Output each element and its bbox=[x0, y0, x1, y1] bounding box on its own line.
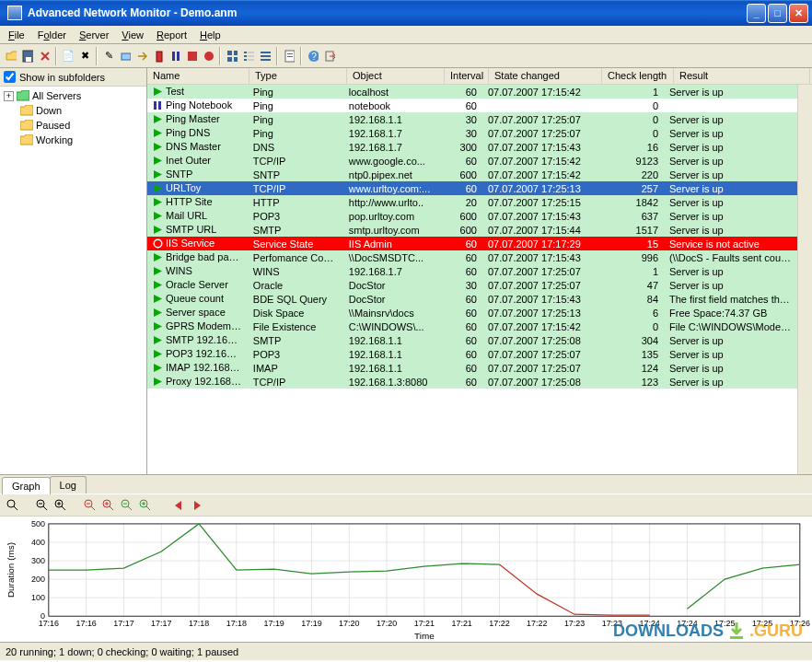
table-row[interactable]: POP3 192.168.1.1POP3192.168.1.16007.07.2… bbox=[147, 347, 797, 361]
cell-state: 07.07.2007 17:15:43 bbox=[482, 142, 594, 153]
cell-result: Server is up bbox=[664, 280, 797, 291]
col-interval[interactable]: Interval bbox=[445, 68, 489, 84]
minimize-button[interactable]: _ bbox=[747, 4, 766, 23]
col-check[interactable]: Check length bbox=[602, 68, 674, 84]
scroll-right-icon[interactable] bbox=[190, 498, 204, 513]
table-row[interactable]: IIS ServiceService StateIIS Admin6007.07… bbox=[147, 237, 797, 250]
zoom-out-y-icon[interactable] bbox=[120, 498, 134, 513]
table-row[interactable]: Queue countBDE SQL QueryDocStor6007.07.2… bbox=[147, 292, 797, 306]
table-row[interactable]: Ping NotebookPingnotebook600 bbox=[147, 99, 797, 112]
menu-report[interactable]: Report bbox=[150, 28, 193, 42]
expand-icon[interactable]: + bbox=[4, 91, 14, 101]
tools-icon[interactable] bbox=[37, 49, 52, 64]
zoom-out-x-icon[interactable] bbox=[83, 498, 98, 513]
svg-rect-20 bbox=[261, 59, 271, 61]
cell-result: Server is up bbox=[664, 377, 797, 388]
grid-scrollbar[interactable] bbox=[797, 85, 812, 474]
table-row[interactable]: Server spaceDisk Space\\Mainsrv\docs6007… bbox=[147, 306, 797, 319]
tree-item-paused[interactable]: Paused bbox=[0, 118, 146, 133]
menu-folder[interactable]: Folder bbox=[31, 28, 73, 42]
open-icon[interactable] bbox=[4, 49, 18, 64]
table-row[interactable]: SMTP URLSMTPsmtp.urltoy.com60007.07.2007… bbox=[147, 223, 797, 237]
col-name[interactable]: Name bbox=[147, 68, 249, 84]
cell-object: C:\WINDOWS\... bbox=[343, 321, 439, 332]
tab-graph[interactable]: Graph bbox=[2, 477, 51, 494]
table-row[interactable]: HTTP SiteHTTPhttp://www.urlto..2007.07.2… bbox=[147, 195, 797, 209]
table-row[interactable]: Proxy 192.168.1.3TCP/IP192.168.1.3:80806… bbox=[147, 375, 797, 389]
svg-rect-15 bbox=[248, 55, 254, 57]
table-row[interactable]: SNTPSNTPntp0.pipex.net60007.07.2007 17:1… bbox=[147, 168, 797, 181]
delete-folder-icon[interactable]: ✖ bbox=[77, 49, 92, 64]
svg-text:17:22: 17:22 bbox=[489, 619, 509, 628]
remove-server-icon[interactable] bbox=[151, 49, 166, 64]
app-icon bbox=[7, 6, 22, 20]
pause-icon[interactable] bbox=[168, 49, 182, 64]
table-row[interactable]: Ping MasterPing192.168.1.13007.07.2007 1… bbox=[147, 112, 797, 126]
new-folder-icon[interactable]: 📄 bbox=[61, 49, 75, 64]
table-row[interactable]: GPRS Modem logFile ExistenceC:\WINDOWS\.… bbox=[147, 319, 797, 333]
view-list-icon[interactable] bbox=[241, 49, 256, 64]
save-icon[interactable] bbox=[20, 49, 35, 64]
help-icon[interactable]: ? bbox=[306, 49, 320, 64]
table-row[interactable]: DNS MasterDNS192.168.1.730007.07.2007 17… bbox=[147, 140, 797, 154]
show-subfolders-checkbox[interactable] bbox=[4, 71, 16, 83]
maximize-button[interactable]: □ bbox=[768, 4, 787, 23]
cell-object: 192.168.1.7 bbox=[343, 266, 439, 277]
arrow-icon[interactable] bbox=[134, 49, 149, 64]
cell-state: 07.07.2007 17:25:07 bbox=[482, 266, 594, 277]
cell-type: HTTP bbox=[248, 197, 343, 208]
table-row[interactable]: Mail URLPOP3pop.urltoy.com60007.07.2007 … bbox=[147, 209, 797, 223]
col-result[interactable]: Result bbox=[674, 68, 810, 84]
grid-body[interactable]: TestPinglocalhost6007.07.2007 17:15:421S… bbox=[147, 85, 797, 474]
table-row[interactable]: URLToyTCP/IPwww.urltoy.com:...6007.07.20… bbox=[147, 181, 797, 195]
tree-root[interactable]: + All Servers bbox=[0, 88, 146, 103]
table-row[interactable]: SMTP 192.168.1.1SMTP192.168.1.16007.07.2… bbox=[147, 333, 797, 347]
cell-name: SMTP URL bbox=[166, 224, 216, 235]
record-icon[interactable] bbox=[201, 49, 215, 64]
new-server-icon[interactable] bbox=[118, 49, 133, 64]
table-row[interactable]: Oracle ServerOracleDocStor3007.07.2007 1… bbox=[147, 278, 797, 292]
cell-name: URLToy bbox=[166, 182, 201, 193]
zoom-in-y-icon[interactable] bbox=[138, 498, 153, 513]
table-row[interactable]: Ping DNSPing192.168.1.73007.07.2007 17:2… bbox=[147, 126, 797, 140]
col-state[interactable]: State changed bbox=[489, 68, 602, 84]
exit-icon[interactable] bbox=[322, 49, 337, 64]
zoom-in-icon[interactable] bbox=[53, 498, 68, 513]
tree-item-working[interactable]: Working bbox=[0, 133, 146, 147]
cell-name: DNS Master bbox=[166, 141, 221, 152]
table-row[interactable]: WINSWINS192.168.1.76007.07.2007 17:25:07… bbox=[147, 264, 797, 278]
menu-view[interactable]: View bbox=[115, 28, 150, 42]
tree-item-down[interactable]: Down bbox=[0, 103, 146, 118]
menu-help[interactable]: Help bbox=[193, 28, 227, 42]
cell-object: 192.168.1.7 bbox=[343, 128, 439, 139]
cell-object: 192.168.1.1 bbox=[343, 349, 439, 360]
scroll-left-icon[interactable] bbox=[171, 498, 186, 513]
svg-text:17:19: 17:19 bbox=[263, 619, 284, 628]
report-icon[interactable] bbox=[282, 49, 296, 64]
menu-server[interactable]: Server bbox=[73, 28, 115, 42]
status-icon bbox=[153, 266, 164, 277]
menu-file[interactable]: File bbox=[2, 28, 31, 42]
table-row[interactable]: TestPinglocalhost6007.07.2007 17:15:421S… bbox=[147, 85, 797, 99]
zoom-in-x-icon[interactable] bbox=[101, 498, 116, 513]
svg-text:17:23: 17:23 bbox=[564, 619, 585, 628]
col-type[interactable]: Type bbox=[249, 68, 347, 84]
cell-object: notebook bbox=[343, 100, 439, 111]
table-row[interactable]: Bridge bad packetsPerfomance Counter\\Do… bbox=[147, 250, 797, 264]
cell-name: IMAP 192.168.1.1 bbox=[166, 362, 247, 373]
col-object[interactable]: Object bbox=[347, 68, 445, 84]
svg-line-49 bbox=[128, 506, 132, 510]
close-button[interactable]: ✕ bbox=[789, 4, 808, 23]
status-icon bbox=[153, 156, 164, 167]
table-row[interactable]: IMAP 192.168.1.1IMAP192.168.1.16007.07.2… bbox=[147, 361, 797, 375]
zoom-out-icon[interactable] bbox=[35, 498, 50, 513]
cell-interval: 60 bbox=[439, 156, 482, 167]
edit-icon[interactable]: ✎ bbox=[101, 49, 116, 64]
zoom-reset-icon[interactable] bbox=[6, 498, 20, 513]
table-row[interactable]: Inet OuterTCP/IPwww.google.co...6007.07.… bbox=[147, 154, 797, 168]
tab-log[interactable]: Log bbox=[50, 476, 87, 494]
cell-name: Ping Master bbox=[166, 113, 220, 124]
stop-icon[interactable] bbox=[184, 49, 199, 64]
view-details-icon[interactable] bbox=[258, 49, 273, 64]
view-large-icon[interactable] bbox=[225, 49, 239, 64]
